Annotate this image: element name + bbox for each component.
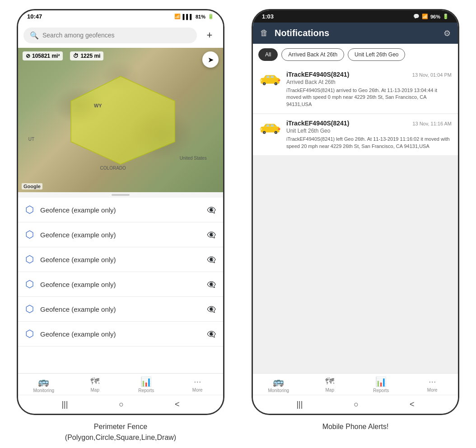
geofence-name: Geofence (example only) [40,231,201,239]
battery-text: 81% [196,14,205,19]
map-stat-area: ⊘ 105821 mi² [23,51,63,60]
right-monitoring-label: Monitoring [268,388,289,393]
right-bottom-nav: 🚌 Monitoring 🗺 Map 📊 Reports ··· More [253,373,458,395]
notification-top-row: iTrackEF4940S(8241) 13 Nov, 01:04 PM [286,71,452,78]
filter-tab-arrived[interactable]: Arrived Back At 26th [281,48,344,61]
geofence-list-item[interactable]: ⬡ Geofence (example only) 👁‍🗨 [18,297,223,322]
visibility-icon[interactable]: 👁‍🗨 [207,206,216,214]
search-input-wrap[interactable]: 🔍 [23,28,197,43]
reports-label: Reports [138,388,154,393]
left-phone-screen: 10:47 📶 ▌▌▌ 81% 🔋 🔍 + [18,10,223,414]
left-phone-frame: 10:47 📶 ▌▌▌ 81% 🔋 🔍 + [17,9,224,415]
geofence-list[interactable]: ⬡ Geofence (example only) 👁‍🗨 ⬡ Geofence… [18,198,223,373]
right-phone-frame: 1:03 💬 📶 96% 🔋 🗑 Notifications ⚙ [252,9,459,415]
filter-tab-all[interactable]: All [258,48,278,61]
right-android-home-btn[interactable]: ○ [354,400,359,409]
map-stats: ⊘ 105821 mi² ⏱ 1225 mi [23,51,103,60]
right-reports-icon: 📊 [375,376,387,387]
geofence-icon: ⬡ [25,204,34,216]
search-input[interactable] [42,32,191,39]
notification-time: 13 Nov, 01:04 PM [412,72,452,78]
phones-container: 10:47 📶 ▌▌▌ 81% 🔋 🔍 + [17,9,459,443]
battery-icon: 🔋 [208,14,214,19]
visibility-icon[interactable]: 👁‍🗨 [207,231,216,239]
right-nav-map[interactable]: 🗺 Map [304,376,356,393]
right-monitoring-icon: 🚌 [273,376,284,387]
android-recent-btn[interactable]: ||| [61,400,68,409]
signal-icon: ▌▌▌ [183,14,193,19]
filter-tabs-container: All Arrived Back At 26th Unit Left 26th … [253,44,458,65]
notification-time: 13 Nov, 11:16 AM [412,121,452,126]
visibility-icon[interactable]: 👁‍🗨 [207,330,216,338]
svg-marker-0 [71,76,175,164]
search-bar-container: 🔍 + [18,23,223,48]
geofence-list-item[interactable]: ⬡ Geofence (example only) 👁‍🗨 [18,272,223,297]
svg-rect-8 [260,79,262,81]
monitoring-icon: 🚌 [38,376,49,387]
android-home-btn[interactable]: ○ [119,400,124,409]
right-signal-icon: 📶 [422,14,428,19]
settings-button[interactable]: ⚙ [443,28,451,38]
geofence-name: Geofence (example only) [40,305,201,313]
geofence-name: Geofence (example only) [40,256,201,263]
notification-top-row: iTrackEF4940S(8241) 13 Nov, 11:16 AM [286,120,452,127]
add-geofence-button[interactable]: + [201,27,218,43]
notification-item[interactable]: iTrackEF4940S(8241) 13 Nov, 11:16 AM Uni… [253,114,458,155]
left-phone-wrapper: 10:47 📶 ▌▌▌ 81% 🔋 🔍 + [17,9,224,443]
visibility-icon[interactable]: 👁‍🗨 [207,305,216,314]
svg-rect-17 [260,128,262,130]
map-label: Map [91,388,99,393]
notification-content: iTrackEF4940S(8241) 13 Nov, 01:04 PM Arr… [286,71,452,108]
nav-reports[interactable]: 📊 Reports [121,376,172,393]
right-caption: Mobile Phone Alerts! [322,421,389,432]
notification-body: iTrackEF4940S(8241) arrived to Geo 26th.… [286,87,452,108]
notifications-title: Notifications [275,28,437,38]
right-nav-reports[interactable]: 📊 Reports [355,376,407,393]
device-name: iTrackEF4940S(8241) [286,71,349,78]
visibility-icon[interactable]: 👁‍🗨 [207,280,216,289]
delete-button[interactable]: 🗑 [260,28,268,38]
scroll-dot [112,194,130,196]
right-status-bar: 1:03 💬 📶 96% 🔋 [253,10,458,23]
more-label: More [192,388,203,393]
geofence-icon: ⬡ [25,229,34,240]
notification-subtitle: Unit Left 26th Geo [286,128,452,134]
geofence-icon: ⬡ [25,278,34,290]
nav-monitoring[interactable]: 🚌 Monitoring [18,376,70,393]
right-time: 1:03 [262,13,274,20]
right-android-back-btn[interactable]: < [410,400,415,409]
compass-button[interactable]: ➤ [202,51,219,68]
right-phone-screen: 1:03 💬 📶 96% 🔋 🗑 Notifications ⚙ [253,10,458,414]
wifi-icon: 📶 [174,14,181,19]
notification-list: iTrackEF4940S(8241) 13 Nov, 01:04 PM Arr… [253,65,458,373]
visibility-icon[interactable]: 👁‍🗨 [207,255,216,264]
filter-tab-unit-left[interactable]: Unit Left 26th Geo [348,48,405,61]
geofence-list-item[interactable]: ⬡ Geofence (example only) 👁‍🗨 [18,198,223,222]
right-android-recent-btn[interactable]: ||| [296,400,303,409]
chat-icon: 💬 [413,14,420,19]
left-time: 10:47 [27,13,42,20]
distance-value: 1225 mi [80,53,100,59]
svg-rect-2 [266,76,269,78]
right-battery-icon: 🔋 [443,14,449,19]
more-icon: ··· [194,376,201,387]
android-back-btn[interactable]: < [175,400,180,409]
geofence-list-item[interactable]: ⬡ Geofence (example only) 👁‍🗨 [18,247,223,272]
nav-map[interactable]: 🗺 Map [70,376,121,393]
svg-rect-18 [278,128,280,130]
notification-header: 🗑 Notifications ⚙ [253,23,458,44]
geofence-name: Geofence (example only) [40,206,201,214]
nav-more[interactable]: ··· More [172,376,224,393]
right-more-label: More [427,388,438,393]
monitoring-label: Monitoring [33,388,54,393]
google-logo: Google [22,183,42,189]
car-avatar [259,73,281,86]
map-label-co: COLORADO [100,166,126,171]
area-value: 105821 mi² [32,53,60,59]
compass-icon: ➤ [208,55,214,64]
geofence-list-item[interactable]: ⬡ Geofence (example only) 👁‍🗨 [18,222,223,247]
right-nav-more[interactable]: ··· More [407,376,458,393]
geofence-list-item[interactable]: ⬡ Geofence (example only) 👁‍🗨 [18,322,223,346]
notification-item[interactable]: iTrackEF4940S(8241) 13 Nov, 01:04 PM Arr… [253,65,458,113]
right-nav-monitoring[interactable]: 🚌 Monitoring [253,376,304,393]
